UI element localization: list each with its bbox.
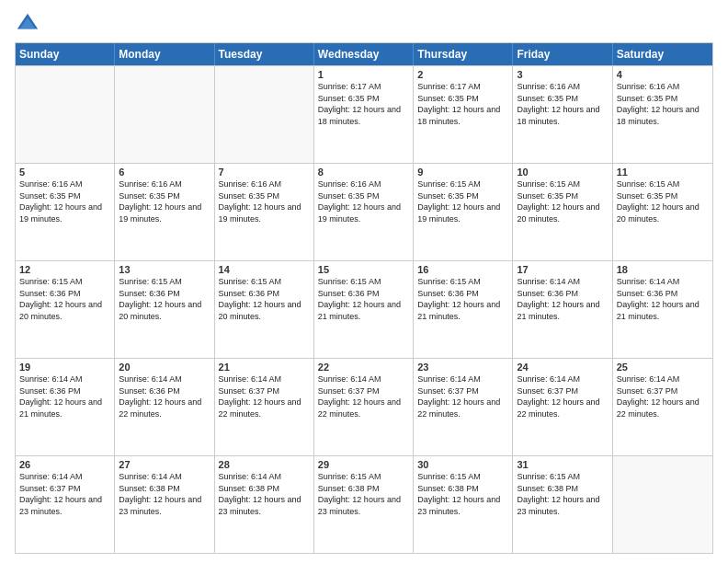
day-info: Sunrise: 6:14 AM Sunset: 6:37 PM Dayligh…: [517, 373, 608, 419]
day-cell-10: 10Sunrise: 6:15 AM Sunset: 6:35 PM Dayli…: [513, 164, 612, 260]
day-info: Sunrise: 6:15 AM Sunset: 6:35 PM Dayligh…: [617, 178, 709, 224]
page: SundayMondayTuesdayWednesdayThursdayFrid…: [0, 0, 728, 563]
header: [15, 11, 713, 37]
day-info: Sunrise: 6:14 AM Sunset: 6:37 PM Dayligh…: [19, 471, 110, 517]
day-info: Sunrise: 6:14 AM Sunset: 6:38 PM Dayligh…: [219, 471, 310, 517]
day-info: Sunrise: 6:14 AM Sunset: 6:36 PM Dayligh…: [119, 373, 210, 419]
header-day-monday: Monday: [115, 43, 214, 65]
day-cell-25: 25Sunrise: 6:14 AM Sunset: 6:37 PM Dayli…: [613, 359, 712, 455]
day-info: Sunrise: 6:16 AM Sunset: 6:35 PM Dayligh…: [119, 178, 210, 224]
day-cell-14: 14Sunrise: 6:15 AM Sunset: 6:36 PM Dayli…: [215, 261, 314, 358]
day-cell-19: 19Sunrise: 6:14 AM Sunset: 6:36 PM Dayli…: [16, 359, 115, 455]
day-number: 12: [19, 264, 110, 275]
day-cell-13: 13Sunrise: 6:15 AM Sunset: 6:36 PM Dayli…: [115, 261, 214, 358]
calendar-row-4: 19Sunrise: 6:14 AM Sunset: 6:36 PM Dayli…: [16, 358, 712, 455]
day-number: 27: [119, 459, 210, 470]
calendar-row-2: 5Sunrise: 6:16 AM Sunset: 6:35 PM Daylig…: [16, 163, 712, 260]
day-info: Sunrise: 6:17 AM Sunset: 6:35 PM Dayligh…: [417, 81, 508, 127]
day-number: 26: [19, 459, 110, 470]
day-cell-3: 3Sunrise: 6:16 AM Sunset: 6:35 PM Daylig…: [513, 66, 612, 163]
day-number: 14: [219, 264, 310, 275]
day-info: Sunrise: 6:15 AM Sunset: 6:38 PM Dayligh…: [517, 471, 608, 517]
day-cell-4: 4Sunrise: 6:16 AM Sunset: 6:35 PM Daylig…: [613, 66, 712, 163]
day-cell-21: 21Sunrise: 6:14 AM Sunset: 6:37 PM Dayli…: [215, 359, 314, 455]
day-cell-20: 20Sunrise: 6:14 AM Sunset: 6:36 PM Dayli…: [115, 359, 214, 455]
logo: [15, 11, 44, 37]
header-day-thursday: Thursday: [414, 43, 513, 65]
header-day-saturday: Saturday: [613, 43, 712, 65]
day-number: 10: [517, 167, 608, 178]
day-info: Sunrise: 6:16 AM Sunset: 6:35 PM Dayligh…: [219, 178, 310, 224]
day-cell-2: 2Sunrise: 6:17 AM Sunset: 6:35 PM Daylig…: [414, 66, 513, 163]
header-day-tuesday: Tuesday: [215, 43, 314, 65]
header-day-friday: Friday: [513, 43, 612, 65]
calendar-row-1: 1Sunrise: 6:17 AM Sunset: 6:35 PM Daylig…: [16, 65, 712, 163]
day-cell-11: 11Sunrise: 6:15 AM Sunset: 6:35 PM Dayli…: [613, 164, 712, 260]
day-number: 21: [219, 362, 310, 373]
day-info: Sunrise: 6:17 AM Sunset: 6:35 PM Dayligh…: [318, 81, 409, 127]
day-cell-8: 8Sunrise: 6:16 AM Sunset: 6:35 PM Daylig…: [314, 164, 414, 260]
day-number: 19: [19, 362, 110, 373]
day-number: 16: [417, 264, 508, 275]
day-cell-29: 29Sunrise: 6:15 AM Sunset: 6:38 PM Dayli…: [314, 456, 414, 553]
day-info: Sunrise: 6:14 AM Sunset: 6:36 PM Dayligh…: [517, 276, 608, 322]
day-cell-31: 31Sunrise: 6:15 AM Sunset: 6:38 PM Dayli…: [513, 456, 612, 553]
day-number: 30: [417, 459, 508, 470]
day-cell-18: 18Sunrise: 6:14 AM Sunset: 6:36 PM Dayli…: [613, 261, 712, 358]
day-number: 6: [119, 167, 210, 178]
day-cell-23: 23Sunrise: 6:14 AM Sunset: 6:37 PM Dayli…: [414, 359, 513, 455]
day-info: Sunrise: 6:14 AM Sunset: 6:37 PM Dayligh…: [219, 373, 310, 419]
day-cell-5: 5Sunrise: 6:16 AM Sunset: 6:35 PM Daylig…: [16, 164, 115, 260]
calendar-row-3: 12Sunrise: 6:15 AM Sunset: 6:36 PM Dayli…: [16, 260, 712, 358]
day-number: 25: [617, 362, 709, 373]
day-info: Sunrise: 6:15 AM Sunset: 6:36 PM Dayligh…: [119, 276, 210, 322]
day-cell-16: 16Sunrise: 6:15 AM Sunset: 6:36 PM Dayli…: [414, 261, 513, 358]
day-number: 3: [517, 69, 608, 80]
day-number: 28: [219, 459, 310, 470]
day-info: Sunrise: 6:15 AM Sunset: 6:36 PM Dayligh…: [219, 276, 310, 322]
day-info: Sunrise: 6:14 AM Sunset: 6:36 PM Dayligh…: [617, 276, 709, 322]
day-cell-22: 22Sunrise: 6:14 AM Sunset: 6:37 PM Dayli…: [314, 359, 414, 455]
day-number: 13: [119, 264, 210, 275]
calendar-row-5: 26Sunrise: 6:14 AM Sunset: 6:37 PM Dayli…: [16, 455, 712, 553]
empty-cell: [16, 66, 115, 163]
day-number: 2: [417, 69, 508, 80]
header-day-sunday: Sunday: [16, 43, 115, 65]
day-info: Sunrise: 6:14 AM Sunset: 6:37 PM Dayligh…: [617, 373, 709, 419]
day-cell-17: 17Sunrise: 6:14 AM Sunset: 6:36 PM Dayli…: [513, 261, 612, 358]
day-number: 11: [617, 167, 709, 178]
day-cell-26: 26Sunrise: 6:14 AM Sunset: 6:37 PM Dayli…: [16, 456, 115, 553]
day-info: Sunrise: 6:15 AM Sunset: 6:36 PM Dayligh…: [417, 276, 508, 322]
day-info: Sunrise: 6:14 AM Sunset: 6:38 PM Dayligh…: [119, 471, 210, 517]
day-info: Sunrise: 6:15 AM Sunset: 6:38 PM Dayligh…: [417, 471, 508, 517]
day-number: 7: [219, 167, 310, 178]
empty-cell: [215, 66, 314, 163]
day-number: 23: [417, 362, 508, 373]
day-number: 18: [617, 264, 709, 275]
day-info: Sunrise: 6:15 AM Sunset: 6:36 PM Dayligh…: [19, 276, 110, 322]
day-info: Sunrise: 6:15 AM Sunset: 6:35 PM Dayligh…: [517, 178, 608, 224]
day-cell-9: 9Sunrise: 6:15 AM Sunset: 6:35 PM Daylig…: [414, 164, 513, 260]
day-info: Sunrise: 6:15 AM Sunset: 6:38 PM Dayligh…: [318, 471, 409, 517]
day-number: 22: [318, 362, 409, 373]
day-cell-6: 6Sunrise: 6:16 AM Sunset: 6:35 PM Daylig…: [115, 164, 214, 260]
day-number: 15: [318, 264, 409, 275]
header-day-wednesday: Wednesday: [314, 43, 414, 65]
calendar-body: 1Sunrise: 6:17 AM Sunset: 6:35 PM Daylig…: [16, 65, 712, 553]
day-info: Sunrise: 6:16 AM Sunset: 6:35 PM Dayligh…: [318, 178, 409, 224]
day-info: Sunrise: 6:16 AM Sunset: 6:35 PM Dayligh…: [617, 81, 709, 127]
day-info: Sunrise: 6:15 AM Sunset: 6:35 PM Dayligh…: [417, 178, 508, 224]
day-number: 17: [517, 264, 608, 275]
logo-icon: [15, 11, 40, 37]
day-info: Sunrise: 6:16 AM Sunset: 6:35 PM Dayligh…: [19, 178, 110, 224]
day-cell-28: 28Sunrise: 6:14 AM Sunset: 6:38 PM Dayli…: [215, 456, 314, 553]
day-cell-15: 15Sunrise: 6:15 AM Sunset: 6:36 PM Dayli…: [314, 261, 414, 358]
day-info: Sunrise: 6:15 AM Sunset: 6:36 PM Dayligh…: [318, 276, 409, 322]
day-info: Sunrise: 6:14 AM Sunset: 6:37 PM Dayligh…: [417, 373, 508, 419]
day-number: 20: [119, 362, 210, 373]
calendar-header: SundayMondayTuesdayWednesdayThursdayFrid…: [16, 43, 712, 65]
day-number: 8: [318, 167, 409, 178]
day-cell-30: 30Sunrise: 6:15 AM Sunset: 6:38 PM Dayli…: [414, 456, 513, 553]
empty-cell: [613, 456, 712, 553]
day-number: 29: [318, 459, 409, 470]
